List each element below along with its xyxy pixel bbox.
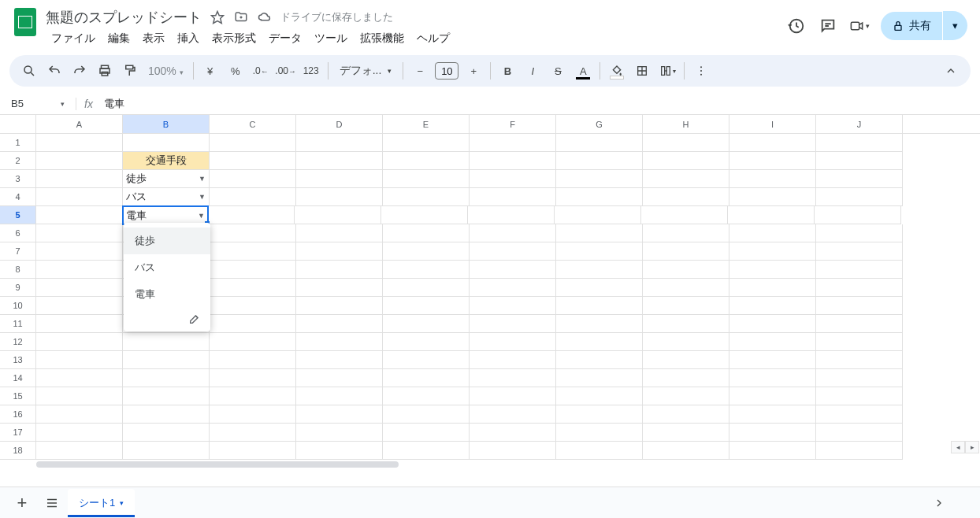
document-title[interactable]: 無題のスプレッドシート	[46, 8, 202, 27]
scroll-right-icon[interactable]: ▸	[965, 441, 979, 453]
cell-E7[interactable]	[383, 242, 470, 261]
cell-E12[interactable]	[383, 333, 470, 351]
format-number-icon[interactable]: 123	[299, 59, 323, 83]
row-header-6[interactable]: 6	[0, 224, 36, 242]
cell-E16[interactable]	[383, 405, 470, 424]
col-header-C[interactable]: C	[210, 115, 296, 133]
cell-E6[interactable]	[383, 224, 470, 242]
cell-G2[interactable]	[556, 152, 643, 170]
cloud-saved-icon[interactable]	[257, 9, 273, 25]
cell-B3[interactable]: 徒歩▼	[123, 170, 210, 188]
cell-H11[interactable]	[643, 315, 729, 333]
cell-D5[interactable]	[295, 206, 381, 224]
cell-A2[interactable]	[36, 152, 123, 170]
cell-D8[interactable]	[296, 261, 383, 279]
cell-E15[interactable]	[383, 387, 470, 405]
col-header-H[interactable]: H	[643, 115, 729, 133]
cell-F7[interactable]	[470, 242, 556, 261]
row-header-13[interactable]: 13	[0, 351, 36, 369]
cell-G1[interactable]	[556, 134, 643, 152]
cell-A10[interactable]	[36, 297, 123, 315]
cell-D3[interactable]	[296, 170, 383, 188]
cell-C18[interactable]	[210, 442, 296, 460]
cell-E3[interactable]	[383, 170, 470, 188]
comment-icon[interactable]	[818, 16, 838, 36]
cell-F12[interactable]	[470, 333, 556, 351]
cell-C15[interactable]	[210, 387, 296, 405]
meet-icon[interactable]: ▾	[849, 16, 870, 36]
cell-G17[interactable]	[556, 424, 643, 442]
cell-D9[interactable]	[296, 279, 383, 297]
cell-A9[interactable]	[36, 279, 123, 297]
cell-D11[interactable]	[296, 315, 383, 333]
menu-data[interactable]: データ	[263, 30, 307, 47]
col-header-F[interactable]: F	[470, 115, 556, 133]
row-header-10[interactable]: 10	[0, 297, 36, 315]
cell-E2[interactable]	[383, 152, 470, 170]
fill-color-icon[interactable]	[605, 59, 629, 83]
cell-I12[interactable]	[729, 333, 816, 351]
menu-edit[interactable]: 編集	[102, 30, 135, 47]
cell-A14[interactable]	[36, 369, 123, 387]
cell-J2[interactable]	[816, 152, 903, 170]
sheets-logo[interactable]	[9, 6, 41, 38]
cell-F15[interactable]	[470, 387, 556, 405]
cell-D10[interactable]	[296, 297, 383, 315]
cell-E8[interactable]	[383, 261, 470, 279]
cell-G16[interactable]	[556, 405, 643, 424]
percent-icon[interactable]: %	[224, 59, 247, 83]
cell-J6[interactable]	[816, 224, 903, 242]
cell-J11[interactable]	[816, 315, 903, 333]
cell-F14[interactable]	[470, 369, 556, 387]
undo-icon[interactable]	[43, 59, 66, 83]
row-header-4[interactable]: 4	[0, 188, 36, 206]
zoom-select[interactable]: 100% ▾	[143, 65, 188, 77]
row-header-12[interactable]: 12	[0, 333, 36, 351]
cell-C16[interactable]	[210, 405, 296, 424]
cell-I3[interactable]	[729, 170, 816, 188]
row-header-8[interactable]: 8	[0, 261, 36, 279]
cell-B17[interactable]	[123, 424, 210, 442]
menu-help[interactable]: ヘルプ	[411, 30, 455, 47]
cell-A15[interactable]	[36, 387, 123, 405]
redo-icon[interactable]	[68, 59, 91, 83]
edit-icon[interactable]	[188, 313, 201, 325]
cell-F13[interactable]	[470, 351, 556, 369]
cell-D12[interactable]	[296, 333, 383, 351]
history-icon[interactable]	[786, 16, 807, 36]
decrease-font-icon[interactable]: −	[408, 59, 432, 83]
cell-A4[interactable]	[36, 188, 123, 206]
row-header-16[interactable]: 16	[0, 405, 36, 424]
cell-I9[interactable]	[729, 279, 816, 297]
cell-G8[interactable]	[556, 261, 643, 279]
all-sheets-icon[interactable]	[38, 489, 66, 517]
cell-H15[interactable]	[643, 387, 729, 405]
menu-extensions[interactable]: 拡張機能	[355, 30, 410, 47]
cell-E14[interactable]	[383, 369, 470, 387]
cell-H7[interactable]	[643, 242, 729, 261]
cell-C13[interactable]	[210, 351, 296, 369]
cell-J16[interactable]	[816, 405, 903, 424]
cell-H8[interactable]	[643, 261, 729, 279]
cell-C8[interactable]	[210, 261, 296, 279]
cell-I6[interactable]	[729, 224, 816, 242]
add-sheet-icon[interactable]: +	[8, 489, 36, 517]
cell-F3[interactable]	[470, 170, 556, 188]
cell-F16[interactable]	[470, 405, 556, 424]
dropdown-arrow-icon[interactable]: ▼	[199, 175, 206, 183]
cell-J12[interactable]	[816, 333, 903, 351]
cell-C14[interactable]	[210, 369, 296, 387]
cell-I17[interactable]	[729, 424, 816, 442]
cell-G10[interactable]	[556, 297, 643, 315]
cell-H3[interactable]	[643, 170, 729, 188]
cell-C7[interactable]	[210, 242, 296, 261]
dropdown-arrow-icon[interactable]: ▼	[198, 212, 205, 220]
cell-E18[interactable]	[383, 442, 470, 460]
select-all-corner[interactable]	[0, 115, 36, 133]
cell-E13[interactable]	[383, 351, 470, 369]
cell-I18[interactable]	[729, 442, 816, 460]
cell-F6[interactable]	[470, 224, 556, 242]
cell-H14[interactable]	[643, 369, 729, 387]
cell-B4[interactable]: バス▼	[123, 188, 210, 206]
cell-D13[interactable]	[296, 351, 383, 369]
